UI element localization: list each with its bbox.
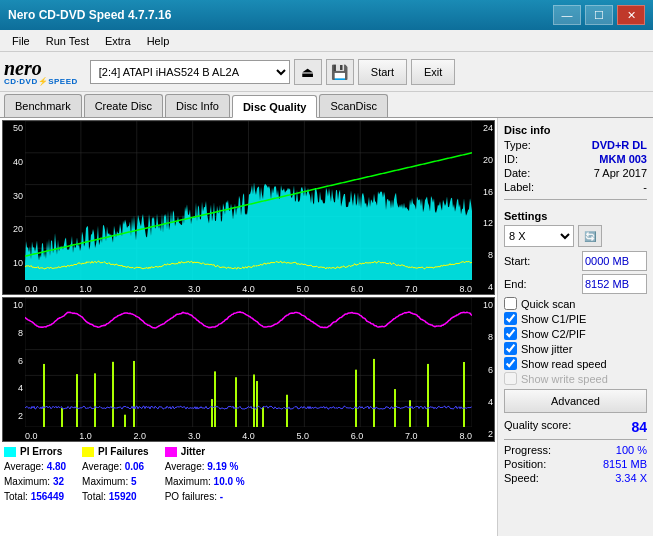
legend-pi-failures-color [82,447,94,457]
divider-1 [504,199,647,200]
position-row: Position: 8151 MB [504,458,647,470]
menu-file[interactable]: File [4,33,38,49]
top-chart-canvas [25,121,472,280]
disc-info-date-val: 7 Apr 2017 [594,167,647,179]
eject-button[interactable]: ⏏ [294,59,322,85]
start-label: Start: [504,255,530,267]
quality-row: Quality score: 84 [504,419,647,435]
legend-pi-errors-color [4,447,16,457]
chart-top-xaxis: 0.0 1.0 2.0 3.0 4.0 5.0 6.0 7.0 8.0 [25,284,472,294]
app-title: Nero CD-DVD Speed 4.7.7.16 [8,8,171,22]
menu-extra[interactable]: Extra [97,33,139,49]
drive-select[interactable]: [2:4] ATAPI iHAS524 B AL2A [90,60,290,84]
tab-disc-info[interactable]: Disc Info [165,94,230,117]
show-read-label: Show read speed [521,358,607,370]
show-read-row: Show read speed [504,357,647,370]
disc-info-date-label: Date: [504,167,530,179]
start-input[interactable] [582,251,647,271]
tab-create-disc[interactable]: Create Disc [84,94,163,117]
legend-pi-failures-title: PI Failures [82,446,149,457]
progress-value: 100 % [616,444,647,456]
divider-2 [504,439,647,440]
disc-info-type-label: Type: [504,139,531,151]
quality-label: Quality score: [504,419,571,435]
toolbar: nero CD·DVD⚡SPEED [2:4] ATAPI iHAS524 B … [0,52,653,92]
minimize-button[interactable]: — [553,5,581,25]
chart-bottom-y-right: 10 8 6 4 2 [476,298,494,441]
save-button[interactable]: 💾 [326,59,354,85]
chart-bottom: 10 8 6 4 2 10 8 6 4 2 0.0 1.0 2.0 3.0 4.… [2,297,495,442]
show-c2pif-checkbox[interactable] [504,327,517,340]
show-jitter-label: Show jitter [521,343,572,355]
disc-info-id-label: ID: [504,153,518,165]
disc-info-label-label: Label: [504,181,534,193]
show-c2pif-row: Show C2/PIF [504,327,647,340]
legend-jitter: Jitter Average: 9.19 % Maximum: 10.0 % P… [165,446,245,504]
end-input-row: End: [504,274,647,294]
tab-scan-disc[interactable]: ScanDisc [319,94,387,117]
main-content: 50 40 30 20 10 24 20 16 12 8 4 0.0 1.0 2… [0,118,653,536]
disc-info-type-row: Type: DVD+R DL [504,139,647,151]
tabs-bar: Benchmark Create Disc Disc Info Disc Qua… [0,92,653,118]
show-c2pif-label: Show C2/PIF [521,328,586,340]
chart-top-y-left: 50 40 30 20 10 [3,121,25,294]
menu-run-test[interactable]: Run Test [38,33,97,49]
disc-info-id-row: ID: MKM 003 [504,153,647,165]
quick-scan-label: Quick scan [521,298,575,310]
nero-logo: nero CD·DVD⚡SPEED [4,58,78,86]
show-c1pie-label: Show C1/PIE [521,313,586,325]
disc-info-label-val: - [643,181,647,193]
start-button[interactable]: Start [358,59,407,85]
legend-jitter-title: Jitter [165,446,245,457]
speed-value: 3.34 X [615,472,647,484]
exit-button[interactable]: Exit [411,59,455,85]
show-write-label: Show write speed [521,373,608,385]
disc-info-type-val: DVD+R DL [592,139,647,151]
position-value: 8151 MB [603,458,647,470]
disc-info-title: Disc info [504,124,647,136]
disc-info-id-val: MKM 003 [599,153,647,165]
disc-info-date-row: Date: 7 Apr 2017 [504,167,647,179]
progress-label: Progress: [504,444,551,456]
show-write-checkbox[interactable] [504,372,517,385]
chart-top: 50 40 30 20 10 24 20 16 12 8 4 0.0 1.0 2… [2,120,495,295]
title-controls: — ☐ ✕ [553,5,645,25]
show-write-row: Show write speed [504,372,647,385]
quick-scan-row: Quick scan [504,297,647,310]
quality-value: 84 [631,419,647,435]
speed-row: 8 X 🔄 [504,225,647,247]
refresh-button[interactable]: 🔄 [578,225,602,247]
nero-sub: CD·DVD⚡SPEED [4,78,78,86]
menu-help[interactable]: Help [139,33,178,49]
progress-row: Progress: 100 % [504,444,647,456]
legend-jitter-color [165,447,177,457]
maximize-button[interactable]: ☐ [585,5,613,25]
settings-title: Settings [504,210,647,222]
legend-area: PI Errors Average: 4.80 Maximum: 32 Tota… [2,442,495,517]
speed-label: Speed: [504,472,539,484]
tab-benchmark[interactable]: Benchmark [4,94,82,117]
bottom-chart-canvas [25,298,472,427]
advanced-button[interactable]: Advanced [504,389,647,413]
show-jitter-row: Show jitter [504,342,647,355]
legend-pi-errors: PI Errors Average: 4.80 Maximum: 32 Tota… [4,446,66,504]
quick-scan-checkbox[interactable] [504,297,517,310]
charts-area: 50 40 30 20 10 24 20 16 12 8 4 0.0 1.0 2… [0,118,498,536]
position-label: Position: [504,458,546,470]
legend-pi-errors-title: PI Errors [4,446,66,457]
end-input[interactable] [582,274,647,294]
speed-select[interactable]: 8 X [504,225,574,247]
chart-top-y-right: 24 20 16 12 8 4 [476,121,494,294]
speed-row-prog: Speed: 3.34 X [504,472,647,484]
title-bar: Nero CD-DVD Speed 4.7.7.16 — ☐ ✕ [0,0,653,30]
show-c1pie-row: Show C1/PIE [504,312,647,325]
show-read-checkbox[interactable] [504,357,517,370]
chart-bottom-xaxis: 0.0 1.0 2.0 3.0 4.0 5.0 6.0 7.0 8.0 [25,431,472,441]
show-c1pie-checkbox[interactable] [504,312,517,325]
legend-pi-failures: PI Failures Average: 0.06 Maximum: 5 Tot… [82,446,149,504]
show-jitter-checkbox[interactable] [504,342,517,355]
disc-info-label-row: Label: - [504,181,647,193]
tab-disc-quality[interactable]: Disc Quality [232,95,318,118]
right-panel: Disc info Type: DVD+R DL ID: MKM 003 Dat… [498,118,653,536]
close-button[interactable]: ✕ [617,5,645,25]
